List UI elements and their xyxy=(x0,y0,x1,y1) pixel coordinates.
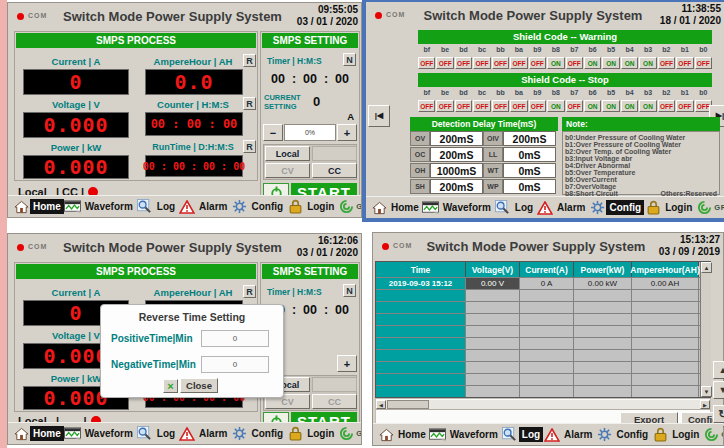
nav-alarm[interactable]: Alarm xyxy=(561,427,595,442)
nav-log[interactable]: Log xyxy=(154,426,178,441)
table-row[interactable] xyxy=(376,373,710,385)
bit-state-button[interactable]: OFF xyxy=(658,57,675,69)
column-header[interactable]: Time xyxy=(376,262,466,277)
remote-cell[interactable] xyxy=(312,146,357,161)
bit-state-button[interactable]: OFF xyxy=(676,57,693,69)
bit-state-button[interactable]: ON xyxy=(547,57,564,69)
bit-state-button[interactable]: OFF xyxy=(529,100,546,112)
close-button[interactable]: × Close xyxy=(163,378,218,393)
cell-current[interactable]: 0 A xyxy=(520,278,574,289)
bit-state-button[interactable]: OFF xyxy=(510,57,527,69)
bit-state-button[interactable]: OFF xyxy=(566,100,583,112)
nav-alarm[interactable]: Alarm xyxy=(196,426,230,441)
bit-state-button[interactable]: OFF xyxy=(418,57,435,69)
nav-login[interactable]: Login xyxy=(662,200,695,215)
table-row[interactable] xyxy=(376,289,710,301)
remote-cell[interactable] xyxy=(312,377,357,392)
bit-state-button[interactable]: ON xyxy=(547,100,564,112)
bit-state-button[interactable]: OFF xyxy=(455,57,472,69)
bit-state-button[interactable]: OFF xyxy=(510,100,527,112)
nav-waveform[interactable]: Waveform xyxy=(447,427,501,442)
nav-config[interactable]: Config xyxy=(248,426,286,441)
bit-state-button[interactable]: OFF xyxy=(529,57,546,69)
cell-amperehour[interactable]: 0.00 AH xyxy=(632,278,699,289)
nav-log[interactable]: Log xyxy=(519,427,543,442)
amperehour-reset-button[interactable]: R xyxy=(243,54,256,67)
nav-alarm[interactable]: Alarm xyxy=(554,200,588,215)
runtime-reset-button[interactable]: R xyxy=(243,140,256,153)
nav-home[interactable]: Home xyxy=(388,200,422,215)
table-row[interactable] xyxy=(376,385,710,397)
cv-button[interactable]: CV xyxy=(265,163,310,178)
nav-log[interactable]: Log xyxy=(512,200,536,215)
detection-value[interactable]: 200mS xyxy=(430,131,483,146)
nav-log[interactable]: Log xyxy=(154,199,178,214)
nav-login[interactable]: Login xyxy=(304,426,337,441)
nav-waveform[interactable]: Waveform xyxy=(82,426,136,441)
nav-login[interactable]: Login xyxy=(304,199,337,214)
nav-waveform[interactable]: Waveform xyxy=(82,199,136,214)
column-header[interactable]: Power(kW) xyxy=(574,262,632,277)
slider-plus-button[interactable]: + xyxy=(337,124,357,141)
cell-power[interactable]: 0.00 kW xyxy=(574,278,632,289)
nav-config[interactable]: Config xyxy=(606,200,644,215)
bit-state-button[interactable]: ON xyxy=(602,57,619,69)
scroll-thumb[interactable] xyxy=(387,400,429,409)
scroll-right-icon[interactable]: ▶ xyxy=(700,400,710,409)
bit-state-button[interactable]: OFF xyxy=(658,100,675,112)
nav-home[interactable]: Home xyxy=(395,427,429,442)
column-header[interactable]: AmpereHour(AH) xyxy=(632,262,699,277)
scroll-down-icon[interactable]: ▼ xyxy=(701,386,712,397)
prev-page-button[interactable]: |◀ xyxy=(368,105,390,127)
bit-state-button[interactable]: ON xyxy=(584,57,601,69)
cc-button[interactable]: CC xyxy=(312,394,357,409)
page-up-button[interactable]: ▲ xyxy=(713,361,724,379)
bit-state-button[interactable]: OFF xyxy=(473,57,490,69)
slider-minus-button[interactable]: − xyxy=(263,124,283,141)
bit-state-button[interactable]: ON xyxy=(639,57,656,69)
negative-time-input[interactable] xyxy=(201,356,269,373)
scroll-left-icon[interactable]: ◀ xyxy=(376,400,386,409)
detection-value[interactable]: 200mS xyxy=(430,147,483,162)
bit-state-button[interactable]: ON xyxy=(602,100,619,112)
table-row[interactable] xyxy=(376,301,710,313)
local-button[interactable]: Local xyxy=(265,146,310,161)
bit-state-button[interactable]: OFF xyxy=(473,100,490,112)
bit-state-button[interactable]: ON xyxy=(621,100,638,112)
table-row[interactable] xyxy=(376,325,710,337)
column-header[interactable]: Current(A) xyxy=(520,262,574,277)
table-horizontal-scrollbar[interactable]: ◀ ▶ xyxy=(376,400,710,410)
table-row[interactable] xyxy=(376,337,710,349)
cell-voltage[interactable]: 0.00 V xyxy=(466,278,520,289)
slider-plus-button[interactable]: + xyxy=(337,355,357,372)
detection-value[interactable]: 0mS xyxy=(503,147,556,162)
bit-state-button[interactable]: ON xyxy=(584,100,601,112)
nav-config[interactable]: Config xyxy=(613,427,651,442)
amperehour-reset-button[interactable]: R xyxy=(243,285,256,298)
current-setting-slider[interactable]: 0% xyxy=(284,124,336,141)
bit-state-button[interactable]: ON xyxy=(621,57,638,69)
nav-login[interactable]: Login xyxy=(669,427,702,442)
cc-button[interactable]: CC xyxy=(312,163,357,178)
timer-n-button[interactable]: N xyxy=(343,284,356,297)
bit-state-button[interactable]: OFF xyxy=(455,100,472,112)
refresh-button[interactable]: ↻ xyxy=(713,405,724,423)
table-vertical-scrollbar[interactable]: ▲ ▼ xyxy=(700,262,711,397)
nav-waveform[interactable]: Waveform xyxy=(440,200,494,215)
table-row[interactable] xyxy=(376,361,710,373)
cell-time[interactable]: 2019-09-03 15:12 xyxy=(376,278,466,289)
table-row[interactable] xyxy=(376,349,710,361)
nav-alarm[interactable]: Alarm xyxy=(196,199,230,214)
bit-state-button[interactable]: ON xyxy=(639,100,656,112)
bit-state-button[interactable]: OFF xyxy=(418,100,435,112)
counter-reset-button[interactable]: R xyxy=(243,97,256,110)
bit-state-button[interactable]: OFF xyxy=(492,57,509,69)
bit-state-button[interactable]: OFF xyxy=(566,57,583,69)
bit-state-button[interactable]: OFF xyxy=(676,100,693,112)
detection-value[interactable]: 200mS xyxy=(430,179,483,194)
scroll-up-icon[interactable]: ▲ xyxy=(701,262,712,273)
page-down-button[interactable]: ▼ xyxy=(713,381,724,399)
timer-n-button[interactable]: N xyxy=(343,53,356,66)
detection-value[interactable]: 200mS xyxy=(503,131,556,146)
bit-state-button[interactable]: OFF xyxy=(695,57,712,69)
